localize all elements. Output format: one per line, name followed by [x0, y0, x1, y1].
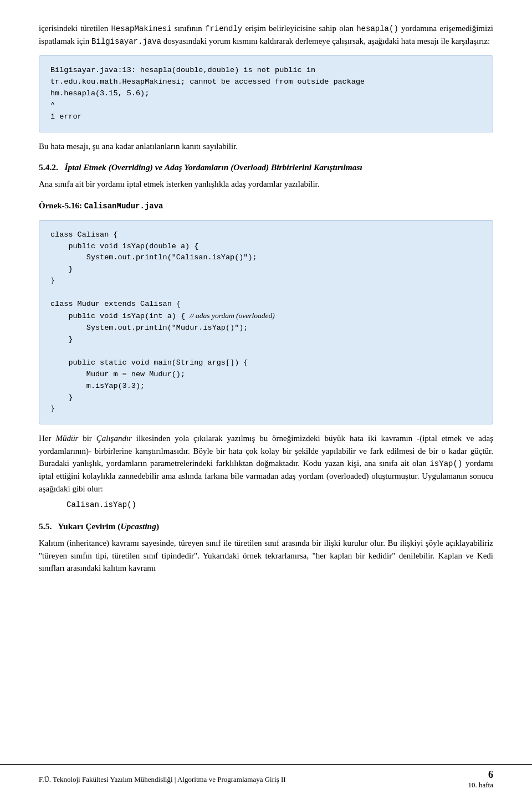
overloaded-comment: // adas yordam (overloaded) — [190, 311, 275, 320]
section-55-number: 5.5. — [39, 521, 52, 531]
section-542-number: 5.4.2. — [39, 162, 58, 172]
isyap-inline: isYap() — [429, 459, 462, 468]
section-542-body: Ana sınıfa ait bir yordamı iptal etmek i… — [39, 178, 493, 191]
after-error-text: Bu hata mesajı, şu ana kadar anlatılanla… — [39, 140, 493, 153]
section-542-heading: 5.4.2. İptal Etmek (Overriding) ve Adaş … — [39, 162, 493, 172]
footer-left-text: F.Ü. Teknoloji Fakültesi Yazılım Mühendi… — [39, 775, 286, 784]
section-55-heading: 5.5. Yukarı Çevirim (Upcasting) — [39, 521, 493, 531]
footer: F.Ü. Teknoloji Fakültesi Yazılım Mühendi… — [0, 764, 532, 794]
error-text: Bilgisayar.java:13: hesapla(double,doubl… — [50, 66, 365, 121]
output-block: Calisan.isYap() — [66, 500, 493, 509]
intro-paragraph: içerisindeki türetilen HesapMakinesi sın… — [39, 22, 493, 48]
output-text: Calisan.isYap() — [66, 500, 136, 509]
section-55-title: Yukarı Çevirim (Upcasting) — [58, 521, 159, 531]
footer-week: 10. hafta — [468, 781, 493, 790]
section-542-title: İptal Etmek (Overriding) ve Adaş Yordaml… — [65, 162, 362, 172]
code-block-calisan-mudur: class Calisan { public void isYap(double… — [39, 220, 493, 425]
section-55-body: Kalıtım (inheritance) kavramı sayesinde,… — [39, 537, 493, 575]
example-label: Örnek-5.16: CalisanMudur.java — [39, 199, 493, 212]
example-filename: CalisanMudur.java — [84, 202, 163, 211]
footer-page-number: 6 — [468, 769, 493, 781]
page-content: içerisindeki türetilen HesapMakinesi sın… — [0, 0, 532, 624]
error-block: Bilgisayar.java:13: hesapla(double,doubl… — [39, 55, 493, 132]
after-code-paragraph: Her Müdür bir Çalışandır ilkesinden yola… — [39, 432, 493, 495]
